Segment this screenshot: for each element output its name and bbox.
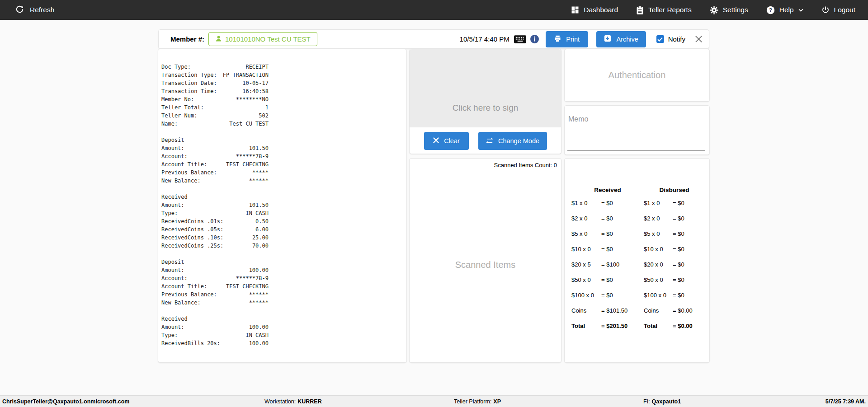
disbursed-amount: = $0 <box>673 292 709 299</box>
receipt-line: Amount:101.50 <box>161 144 269 152</box>
svg-text:?: ? <box>769 7 772 13</box>
receipt-line: ReceivedCoins .10s:25.00 <box>161 234 269 242</box>
printer-icon <box>554 35 561 44</box>
received-amount: = $100 <box>601 261 644 268</box>
received-column-header: Received <box>571 187 644 193</box>
receipt-line <box>161 250 269 258</box>
received-amount: = $0 <box>601 215 644 222</box>
print-button[interactable]: Print <box>546 31 588 47</box>
receipt-line: Previous Balance:***** <box>161 168 269 177</box>
keyboard-icon[interactable] <box>514 35 526 43</box>
receipt-line: Teller Num:502 <box>161 112 269 120</box>
cash-denomination-row: $5 x 0 = $0 $5 x 0 = $0 <box>565 226 709 241</box>
cash-rows: $1 x 0 = $0 $1 x 0 = $0 $2 x 0 = $0 $2 x… <box>565 195 709 333</box>
disbursed-amount: = $0 <box>673 276 709 283</box>
signature-actions: Clear Change Mode <box>410 127 561 154</box>
nav-item-logout[interactable]: Logout <box>821 6 855 14</box>
receipt-line <box>161 185 269 193</box>
nav-item-label: Teller Reports <box>648 6 692 14</box>
receipt-line: Previous Balance:****** <box>161 290 269 299</box>
nav-item-settings[interactable]: Settings <box>710 6 748 14</box>
nav-item-help[interactable]: ? Help <box>766 6 803 14</box>
status-bar: ChrisSuperTeller@Qaxpauto1.onmicrosoft.c… <box>0 395 868 407</box>
signature-panel: Click here to sign Clear Change Mode <box>409 49 561 154</box>
disbursed-denomination: $20 x 0 <box>644 261 673 268</box>
memo-input-placeholder: Memo <box>568 115 588 123</box>
refresh-button[interactable]: Refresh <box>15 5 54 15</box>
nav-item-label: Settings <box>723 6 748 14</box>
transaction-timestamp: 10/5/17 4:40 PM <box>460 35 509 43</box>
authentication-placeholder: Authentication <box>609 70 666 80</box>
disbursed-denomination: $5 x 0 <box>644 230 673 237</box>
disbursed-amount: = $0 <box>673 215 709 222</box>
received-denomination: Total <box>571 323 601 329</box>
archive-button[interactable]: Archive <box>596 31 646 47</box>
scanned-items-placeholder: Scanned Items <box>410 259 561 270</box>
workstation-label: Workstation: <box>264 398 296 405</box>
received-denomination: $2 x 0 <box>571 215 601 222</box>
receipt-line: Teller Total:1 <box>161 103 269 112</box>
chevron-down-icon <box>798 9 803 12</box>
scanned-items-count: Scanned Items Count: 0 <box>410 159 561 168</box>
disbursed-denomination: $2 x 0 <box>644 215 673 222</box>
member-number-label: Member #: <box>170 35 204 43</box>
change-mode-button-label: Change Mode <box>498 137 539 145</box>
archive-button-label: Archive <box>616 36 638 43</box>
clear-button[interactable]: Clear <box>424 132 469 150</box>
memo-panel: Memo <box>564 105 710 155</box>
receipt-line: Type:IN CASH <box>161 209 269 217</box>
receipt-line: ReceivedCoins .05s:6.00 <box>161 225 269 234</box>
status-datetime: 5/7/25 7:39 AM. <box>826 398 866 405</box>
cash-denomination-row: Total = $201.50 Total = $0.00 <box>565 318 709 333</box>
received-amount: = $101.50 <box>601 307 644 314</box>
receipt-line: New Balance:****** <box>161 299 269 307</box>
received-amount: = $0 <box>601 246 644 253</box>
cash-denomination-row: Coins = $101.50 Coins = $0.00 <box>565 303 709 318</box>
receipt-line: Amount:100.00 <box>161 323 269 331</box>
workstation-status: Workstation:KURRER <box>264 398 322 405</box>
disbursed-denomination: $10 x 0 <box>644 246 673 253</box>
nav-item-label: Dashboard <box>584 6 618 14</box>
nav-item-label: Logout <box>834 6 855 14</box>
disbursed-amount: = $0 <box>673 200 709 206</box>
cash-panel: Received Disbursed $1 x 0 = $0 $1 x 0 = … <box>564 158 710 363</box>
receipt-lines: Doc Type:RECEIPT Transaction Type:FP TRA… <box>161 63 269 347</box>
received-amount: = $201.50 <box>601 323 644 329</box>
member-button[interactable]: 10101010NO Test CU TEST <box>208 32 317 46</box>
disbursed-denomination: $50 x 0 <box>644 276 673 283</box>
cash-denomination-row: $50 x 0 = $0 $50 x 0 = $0 <box>565 272 709 287</box>
receipt-line: Account Title:TEST CHECKING <box>161 282 269 290</box>
dashboard-icon <box>571 6 579 14</box>
notify-checkbox[interactable] <box>656 35 664 43</box>
received-denomination: $10 x 0 <box>571 246 601 253</box>
top-navigation-bar: Refresh Dashboard Teller Reports Setting… <box>0 0 868 20</box>
notify-checkbox-group[interactable]: Notify <box>656 35 685 43</box>
nav-item-teller-reports[interactable]: Teller Reports <box>636 6 692 14</box>
memo-input[interactable] <box>567 150 705 151</box>
disbursed-amount: = $0 <box>673 246 709 253</box>
print-button-label: Print <box>566 36 580 43</box>
fi-status: FI:Qaxpauto1 <box>643 398 681 405</box>
disbursed-column-header: Disbursed <box>644 187 705 193</box>
receipt-line: Received <box>161 193 269 201</box>
receipt-panel: Doc Type:RECEIPT Transaction Type:FP TRA… <box>158 49 407 363</box>
help-icon: ? <box>766 6 775 14</box>
authentication-panel: Authentication <box>564 49 710 102</box>
teller-reports-icon <box>636 6 644 14</box>
signature-pad[interactable]: Click here to sign <box>410 49 561 127</box>
change-mode-button[interactable]: Change Mode <box>478 132 547 150</box>
platform-label: Teller Platform: <box>454 398 491 405</box>
refresh-icon <box>15 5 24 15</box>
close-icon[interactable] <box>695 35 703 43</box>
nav-item-dashboard[interactable]: Dashboard <box>571 6 618 14</box>
clear-x-icon <box>433 137 439 145</box>
receipt-line: Deposit <box>161 136 269 144</box>
receipt-line <box>161 307 269 315</box>
receipt-line: Account Title:TEST CHECKING <box>161 160 269 168</box>
receipt-line: New Balance:****** <box>161 177 269 185</box>
disbursed-denomination: $1 x 0 <box>644 200 673 206</box>
received-denomination: $5 x 0 <box>571 230 601 237</box>
info-icon[interactable] <box>530 35 539 43</box>
disbursed-denomination: Coins <box>644 307 673 314</box>
receipt-line: Account:******78-9 <box>161 274 269 282</box>
